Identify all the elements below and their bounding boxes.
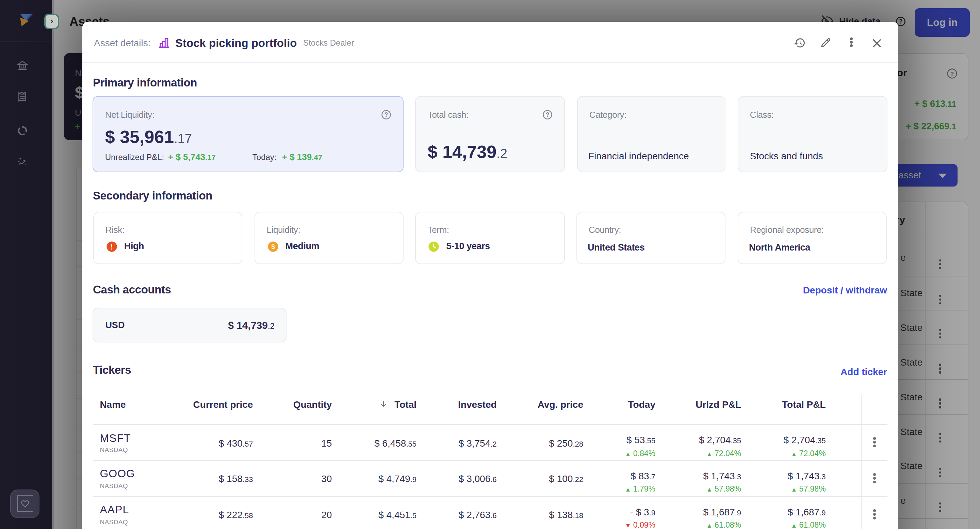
svg-text:?: ? <box>546 111 549 118</box>
svg-text:?: ? <box>384 111 388 118</box>
svg-text:$: $ <box>271 243 275 250</box>
